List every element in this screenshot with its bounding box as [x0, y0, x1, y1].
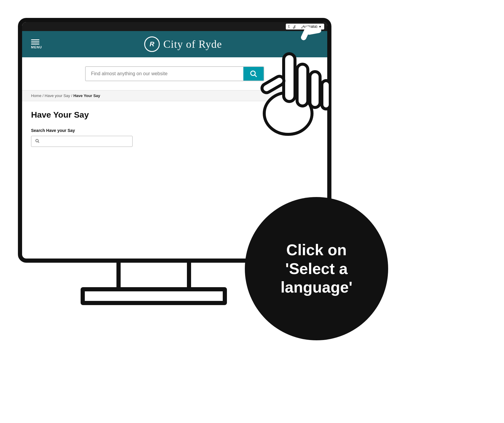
breadcrumb-home[interactable]: Home [31, 93, 42, 98]
content-search-input[interactable] [42, 139, 129, 144]
content-search-box[interactable] [31, 136, 133, 147]
cta-line2: 'Select a [285, 260, 348, 277]
svg-rect-13 [260, 75, 285, 94]
monitor-stand-neck [116, 263, 191, 290]
breadcrumb-current: Have Your Say [73, 93, 100, 98]
site-title: City of Ryde [163, 38, 222, 50]
breadcrumb-sep-2: / [71, 93, 73, 98]
svg-line-3 [38, 141, 39, 143]
menu-button[interactable]: MENU [31, 39, 42, 49]
cta-circle: Click on 'Select a language' [245, 197, 388, 340]
hamburger-line-2 [31, 41, 39, 42]
svg-rect-11 [310, 72, 320, 107]
search-box [85, 66, 264, 81]
breadcrumb-sep-1: / [42, 93, 44, 98]
hamburger-line-1 [31, 39, 39, 40]
logo-letter: R [150, 40, 154, 48]
hamburger-line-3 [31, 44, 39, 44]
cta-line3: language' [281, 279, 353, 296]
scene: English (Australia) ▼ MENU R City of Ryd… [0, 0, 504, 423]
cursor-hand [248, 24, 331, 137]
svg-point-2 [36, 139, 39, 142]
content-search-icon [35, 139, 40, 144]
cta-text: Click on 'Select a language' [275, 235, 359, 302]
svg-rect-10 [297, 64, 308, 106]
search-input[interactable] [86, 67, 243, 81]
logo-circle: R [144, 36, 160, 52]
hamburger-icon [31, 39, 42, 44]
breadcrumb-section[interactable]: Have your Say [45, 93, 70, 98]
svg-rect-12 [322, 81, 330, 109]
content-search-icon-svg [35, 139, 40, 143]
menu-label: MENU [31, 45, 42, 49]
cta-line1: Click on [286, 241, 347, 259]
svg-rect-9 [284, 54, 295, 101]
monitor-stand-base [81, 287, 227, 305]
cursor-hand-svg [248, 24, 331, 137]
